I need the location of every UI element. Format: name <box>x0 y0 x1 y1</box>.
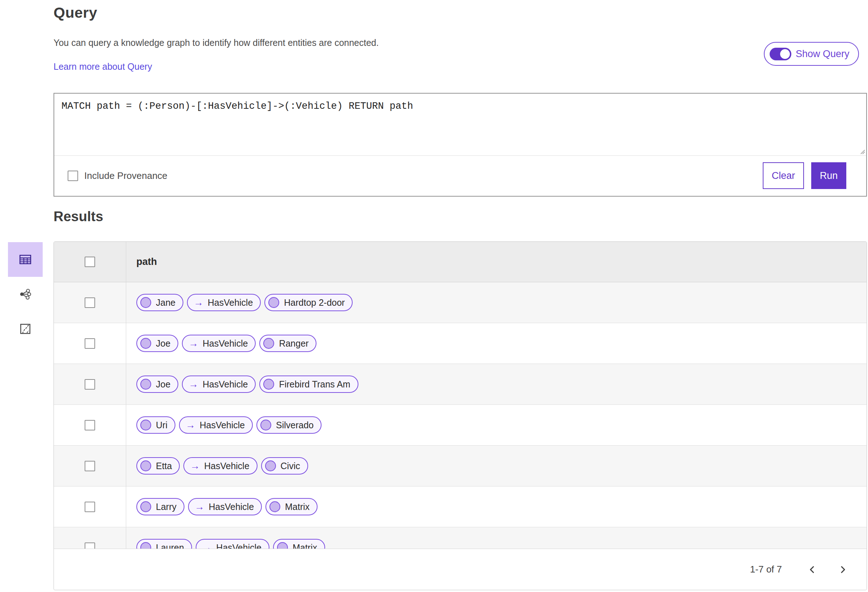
node-circle-icon <box>265 461 276 471</box>
path-target-node[interactable]: Hardtop 2-door <box>264 294 353 311</box>
path-relation-label: HasVehicle <box>209 502 254 512</box>
node-circle-icon <box>269 297 279 308</box>
path-target-node[interactable]: Firebird Trans Am <box>259 376 358 393</box>
results-title: Results <box>53 209 103 224</box>
path-target-node[interactable]: Ranger <box>259 335 316 352</box>
row-checkbox[interactable] <box>54 282 126 323</box>
table-row: Jane → HasVehicle Hardtop 2-door <box>54 282 867 323</box>
table-row: Joe → HasVehicle Ranger <box>54 323 867 364</box>
edge-arrow-icon: → <box>190 461 200 471</box>
edge-arrow-icon: → <box>195 502 204 512</box>
edge-arrow-icon: → <box>193 298 203 308</box>
pagination-range: 1-7 of 7 <box>750 564 782 575</box>
path-target-node[interactable]: Matrix <box>266 498 317 515</box>
node-circle-icon <box>140 338 151 349</box>
query-editor[interactable]: MATCH path = (:Person)-[:HasVehicle]->(:… <box>54 94 866 155</box>
path-relation-edge[interactable]: → HasVehicle <box>179 416 253 434</box>
select-all-checkbox[interactable] <box>54 242 126 282</box>
table-header-row: path <box>54 242 867 282</box>
path-source-label: Larry <box>156 502 177 512</box>
path-relation-label: HasVehicle <box>204 461 249 471</box>
link-chart-icon <box>19 288 32 301</box>
node-circle-icon <box>140 297 151 308</box>
column-header-path: path <box>126 242 867 282</box>
run-button[interactable]: Run <box>811 162 846 189</box>
path-source-node[interactable]: Jane <box>136 294 183 311</box>
path-relation-edge[interactable]: → HasVehicle <box>187 294 261 311</box>
table-view-icon <box>19 253 32 266</box>
prev-page-button[interactable] <box>808 564 816 575</box>
node-circle-icon <box>140 379 151 390</box>
row-checkbox[interactable] <box>54 323 126 364</box>
next-page-button[interactable] <box>839 564 847 575</box>
edge-arrow-icon: → <box>186 420 195 430</box>
node-circle-icon <box>140 420 151 430</box>
path-source-node[interactable]: Larry <box>136 498 185 515</box>
map-view-icon <box>19 323 32 336</box>
path-source-node[interactable]: Joe <box>136 335 178 352</box>
path-target-node[interactable]: Civic <box>261 457 308 474</box>
toggle-switch-icon <box>770 48 791 60</box>
path-relation-label: HasVehicle <box>208 297 253 308</box>
edge-arrow-icon: → <box>189 380 198 389</box>
table-row: Larry → HasVehicle Matrix <box>54 486 867 527</box>
path-relation-label: HasVehicle <box>200 420 245 430</box>
path-target-label: Civic <box>280 461 300 471</box>
row-checkbox[interactable] <box>54 364 126 404</box>
include-provenance-label: Include Provenance <box>84 170 167 181</box>
path-relation-edge[interactable]: → HasVehicle <box>182 376 256 393</box>
sidebar-item-link-chart-view[interactable] <box>8 277 43 312</box>
path-target-label: Ranger <box>279 338 309 349</box>
path-target-label: Matrix <box>285 502 310 512</box>
path-source-label: Etta <box>156 461 172 471</box>
path-source-node[interactable]: Etta <box>136 457 180 474</box>
path-target-label: Firebird Trans Am <box>279 379 350 390</box>
table-body: Jane → HasVehicle Hardtop 2-door Joe → H… <box>54 282 867 568</box>
edge-arrow-icon: → <box>189 339 198 348</box>
results-table: path Jane → HasVehicle Hardtop 2-door <box>53 242 867 590</box>
path-source-label: Jane <box>156 297 176 308</box>
page-description: You can query a knowledge graph to ident… <box>53 38 379 48</box>
query-page: Query You can query a knowledge graph to… <box>0 0 868 592</box>
results-view-sidebar <box>8 242 43 346</box>
pagination-bar: 1-7 of 7 <box>54 549 867 590</box>
show-query-label: Show Query <box>796 49 850 60</box>
row-checkbox[interactable] <box>54 446 126 486</box>
path-relation-edge[interactable]: → HasVehicle <box>188 498 262 515</box>
path-source-label: Joe <box>156 379 170 390</box>
query-panel: MATCH path = (:Person)-[:HasVehicle]->(:… <box>53 93 867 197</box>
path-source-label: Joe <box>156 338 170 349</box>
path-source-label: Uri <box>156 420 167 430</box>
node-circle-icon <box>269 501 280 512</box>
path-target-node[interactable]: Silverado <box>257 416 322 434</box>
path-relation-label: HasVehicle <box>202 379 248 390</box>
path-relation-edge[interactable]: → HasVehicle <box>182 335 256 352</box>
sidebar-item-map-view[interactable] <box>8 312 43 346</box>
node-circle-icon <box>263 338 274 349</box>
node-circle-icon <box>140 461 151 471</box>
path-source-node[interactable]: Joe <box>136 376 178 393</box>
path-target-label: Silverado <box>276 420 314 430</box>
path-relation-label: HasVehicle <box>202 338 248 349</box>
node-circle-icon <box>260 420 271 430</box>
chevron-left-icon <box>808 564 816 575</box>
clear-button[interactable]: Clear <box>763 162 804 189</box>
table-row: Uri → HasVehicle Silverado <box>54 405 867 446</box>
learn-more-link[interactable]: Learn more about Query <box>53 62 152 72</box>
table-row: Joe → HasVehicle Firebird Trans Am <box>54 364 867 405</box>
chevron-right-icon <box>839 564 847 575</box>
row-checkbox[interactable] <box>54 486 126 527</box>
node-circle-icon <box>263 379 274 390</box>
table-row: Etta → HasVehicle Civic <box>54 446 867 486</box>
include-provenance-checkbox[interactable] <box>68 171 78 181</box>
show-query-toggle[interactable]: Show Query <box>764 42 859 66</box>
page-title: Query <box>53 4 97 21</box>
path-relation-edge[interactable]: → HasVehicle <box>183 457 257 474</box>
row-checkbox[interactable] <box>54 405 126 445</box>
path-source-node[interactable]: Uri <box>136 416 176 434</box>
sidebar-item-table-view[interactable] <box>8 242 43 277</box>
path-target-label: Hardtop 2-door <box>284 297 345 308</box>
node-circle-icon <box>140 501 151 512</box>
